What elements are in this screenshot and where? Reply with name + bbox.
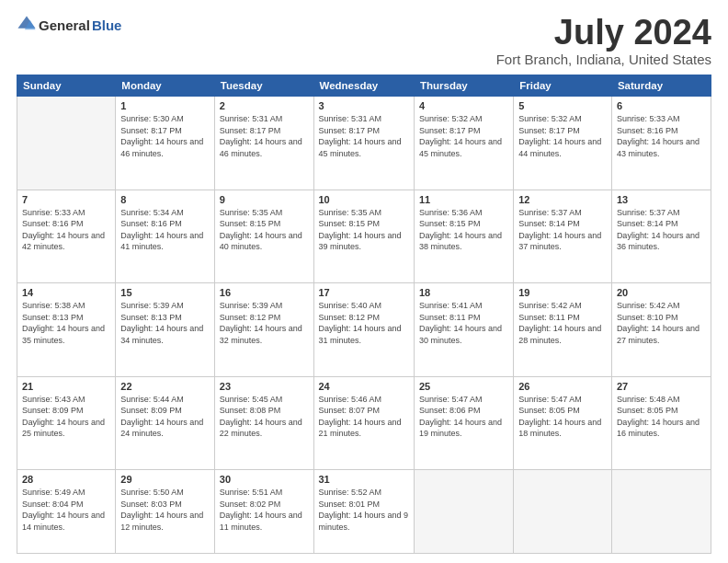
table-row: 26Sunrise: 5:47 AMSunset: 8:05 PMDayligh… [514, 376, 612, 470]
table-row: 22Sunrise: 5:44 AMSunset: 8:09 PMDayligh… [116, 376, 214, 470]
day-number: 23 [220, 381, 309, 392]
table-row: 21Sunrise: 5:43 AMSunset: 8:09 PMDayligh… [17, 376, 116, 470]
table-row: 25Sunrise: 5:47 AMSunset: 8:06 PMDayligh… [414, 376, 513, 470]
day-info: Sunrise: 5:39 AMSunset: 8:12 PMDaylight:… [220, 300, 309, 346]
day-info: Sunrise: 5:33 AMSunset: 8:16 PMDaylight:… [22, 207, 110, 253]
day-number: 24 [319, 381, 409, 392]
day-number: 13 [617, 194, 706, 205]
table-row: 2Sunrise: 5:31 AMSunset: 8:17 PMDaylight… [214, 97, 313, 190]
col-monday: Monday [116, 75, 214, 97]
day-info: Sunrise: 5:48 AMSunset: 8:05 PMDaylight:… [617, 394, 706, 440]
table-row: 13Sunrise: 5:37 AMSunset: 8:14 PMDayligh… [611, 190, 711, 283]
col-sunday: Sunday [17, 75, 116, 97]
table-row: 23Sunrise: 5:45 AMSunset: 8:08 PMDayligh… [214, 376, 313, 470]
day-number: 11 [419, 194, 508, 205]
day-number: 9 [220, 194, 309, 205]
table-row: 14Sunrise: 5:38 AMSunset: 8:13 PMDayligh… [17, 283, 116, 377]
table-row: 30Sunrise: 5:51 AMSunset: 8:02 PMDayligh… [214, 470, 313, 554]
day-number: 10 [319, 194, 409, 205]
day-info: Sunrise: 5:31 AMSunset: 8:17 PMDaylight:… [319, 113, 409, 159]
day-number: 14 [22, 287, 110, 298]
day-info: Sunrise: 5:32 AMSunset: 8:17 PMDaylight:… [518, 113, 607, 159]
table-row: 7Sunrise: 5:33 AMSunset: 8:16 PMDaylight… [17, 190, 116, 283]
day-number: 22 [120, 381, 209, 392]
day-number: 16 [220, 287, 309, 298]
table-row: 27Sunrise: 5:48 AMSunset: 8:05 PMDayligh… [611, 376, 711, 470]
table-row: 9Sunrise: 5:35 AMSunset: 8:15 PMDaylight… [214, 190, 313, 283]
table-row: 5Sunrise: 5:32 AMSunset: 8:17 PMDaylight… [514, 97, 612, 190]
day-number: 18 [419, 287, 508, 298]
day-number: 4 [419, 100, 508, 111]
table-row: 10Sunrise: 5:35 AMSunset: 8:15 PMDayligh… [313, 190, 414, 283]
col-wednesday: Wednesday [313, 75, 414, 97]
col-saturday: Saturday [611, 75, 711, 97]
day-number: 3 [319, 100, 409, 111]
day-number: 26 [518, 381, 607, 392]
col-thursday: Thursday [414, 75, 513, 97]
day-number: 15 [120, 287, 209, 298]
day-info: Sunrise: 5:40 AMSunset: 8:12 PMDaylight:… [319, 300, 409, 346]
day-number: 7 [22, 194, 110, 205]
day-info: Sunrise: 5:35 AMSunset: 8:15 PMDaylight:… [319, 207, 409, 253]
logo-general: General [39, 17, 90, 33]
day-number: 1 [120, 100, 209, 111]
day-info: Sunrise: 5:47 AMSunset: 8:06 PMDaylight:… [419, 394, 508, 440]
day-info: Sunrise: 5:42 AMSunset: 8:10 PMDaylight:… [617, 300, 706, 346]
day-number: 2 [220, 100, 309, 111]
table-row [514, 470, 612, 554]
day-info: Sunrise: 5:51 AMSunset: 8:02 PMDaylight:… [220, 487, 309, 533]
table-row: 17Sunrise: 5:40 AMSunset: 8:12 PMDayligh… [313, 283, 414, 377]
logo-icon [17, 15, 37, 35]
table-row: 20Sunrise: 5:42 AMSunset: 8:10 PMDayligh… [611, 283, 711, 377]
day-number: 17 [319, 287, 409, 298]
day-number: 12 [518, 194, 607, 205]
day-info: Sunrise: 5:46 AMSunset: 8:07 PMDaylight:… [319, 394, 409, 440]
calendar-header-row: Sunday Monday Tuesday Wednesday Thursday… [17, 75, 711, 97]
logo-area: General Blue [17, 15, 121, 35]
day-info: Sunrise: 5:41 AMSunset: 8:11 PMDaylight:… [419, 300, 508, 346]
logo-text: General Blue [17, 15, 121, 35]
day-number: 30 [220, 474, 309, 485]
day-info: Sunrise: 5:34 AMSunset: 8:16 PMDaylight:… [120, 207, 209, 253]
page: General Blue July 2024 Fort Branch, Indi… [0, 0, 728, 563]
day-info: Sunrise: 5:42 AMSunset: 8:11 PMDaylight:… [518, 300, 607, 346]
day-number: 8 [120, 194, 209, 205]
day-info: Sunrise: 5:30 AMSunset: 8:17 PMDaylight:… [120, 113, 209, 159]
table-row: 3Sunrise: 5:31 AMSunset: 8:17 PMDaylight… [313, 97, 414, 190]
table-row: 29Sunrise: 5:50 AMSunset: 8:03 PMDayligh… [116, 470, 214, 554]
day-info: Sunrise: 5:37 AMSunset: 8:14 PMDaylight:… [617, 207, 706, 253]
table-row [611, 470, 711, 554]
day-info: Sunrise: 5:47 AMSunset: 8:05 PMDaylight:… [518, 394, 607, 440]
day-number: 27 [617, 381, 706, 392]
day-info: Sunrise: 5:36 AMSunset: 8:15 PMDaylight:… [419, 207, 508, 253]
table-row: 18Sunrise: 5:41 AMSunset: 8:11 PMDayligh… [414, 283, 513, 377]
day-number: 25 [419, 381, 508, 392]
day-info: Sunrise: 5:45 AMSunset: 8:08 PMDaylight:… [220, 394, 309, 440]
day-number: 6 [617, 100, 706, 111]
table-row: 8Sunrise: 5:34 AMSunset: 8:16 PMDaylight… [116, 190, 214, 283]
table-row: 4Sunrise: 5:32 AMSunset: 8:17 PMDaylight… [414, 97, 513, 190]
table-row [17, 97, 116, 190]
day-info: Sunrise: 5:35 AMSunset: 8:15 PMDaylight:… [220, 207, 309, 253]
table-row: 16Sunrise: 5:39 AMSunset: 8:12 PMDayligh… [214, 283, 313, 377]
table-row: 12Sunrise: 5:37 AMSunset: 8:14 PMDayligh… [514, 190, 612, 283]
day-info: Sunrise: 5:44 AMSunset: 8:09 PMDaylight:… [120, 394, 209, 440]
day-number: 19 [518, 287, 607, 298]
day-number: 31 [319, 474, 409, 485]
month-title: July 2024 [496, 15, 711, 50]
day-info: Sunrise: 5:52 AMSunset: 8:01 PMDaylight:… [319, 487, 409, 533]
day-info: Sunrise: 5:33 AMSunset: 8:16 PMDaylight:… [617, 113, 706, 159]
day-info: Sunrise: 5:31 AMSunset: 8:17 PMDaylight:… [220, 113, 309, 159]
day-number: 28 [22, 474, 110, 485]
day-info: Sunrise: 5:37 AMSunset: 8:14 PMDaylight:… [518, 207, 607, 253]
table-row: 24Sunrise: 5:46 AMSunset: 8:07 PMDayligh… [313, 376, 414, 470]
day-number: 21 [22, 381, 110, 392]
col-tuesday: Tuesday [214, 75, 313, 97]
table-row: 11Sunrise: 5:36 AMSunset: 8:15 PMDayligh… [414, 190, 513, 283]
day-number: 5 [518, 100, 607, 111]
table-row: 1Sunrise: 5:30 AMSunset: 8:17 PMDaylight… [116, 97, 214, 190]
table-row: 19Sunrise: 5:42 AMSunset: 8:11 PMDayligh… [514, 283, 612, 377]
day-info: Sunrise: 5:50 AMSunset: 8:03 PMDaylight:… [120, 487, 209, 533]
day-number: 20 [617, 287, 706, 298]
location-title: Fort Branch, Indiana, United States [496, 52, 711, 67]
